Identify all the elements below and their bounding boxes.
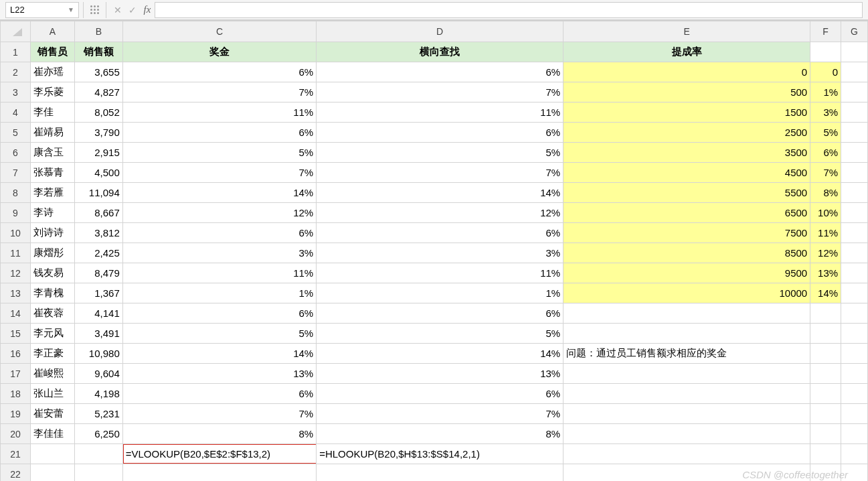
formula-input[interactable] — [155, 2, 863, 18]
cell[interactable]: 3,655 — [74, 62, 122, 82]
cell[interactable]: 3% — [122, 243, 316, 263]
cell[interactable]: 康含玉 — [31, 143, 75, 163]
cell[interactable]: 8% — [317, 424, 563, 444]
cell[interactable]: 崔亦瑶 — [31, 62, 75, 82]
cell[interactable]: 6% — [122, 123, 316, 143]
cell[interactable]: 李青槐 — [31, 283, 75, 303]
cell[interactable]: 3% — [810, 102, 841, 123]
cell[interactable]: 5,231 — [74, 404, 122, 424]
cell[interactable]: 2,915 — [74, 143, 122, 163]
cell[interactable] — [810, 364, 841, 384]
cell[interactable]: 13% — [122, 364, 316, 384]
cell[interactable]: 8,052 — [74, 102, 122, 123]
cell[interactable]: 问题：通过员工销售额求相应的奖金 — [563, 344, 810, 364]
cell[interactable]: 14% — [317, 344, 563, 364]
cell[interactable]: 李若雁 — [31, 183, 75, 203]
cell[interactable]: 6% — [317, 303, 563, 324]
cell[interactable] — [31, 444, 75, 464]
row-header[interactable]: 2 — [1, 62, 31, 82]
cell[interactable]: 4500 — [563, 163, 810, 183]
cell[interactable]: 1% — [810, 82, 841, 102]
cell[interactable] — [841, 143, 868, 163]
cell[interactable]: 横向查找 — [317, 42, 563, 62]
cell[interactable] — [841, 243, 868, 263]
cell[interactable]: 刘诗诗 — [31, 223, 75, 243]
column-header[interactable]: C — [122, 21, 316, 42]
cell[interactable]: 8,667 — [74, 203, 122, 223]
row-header[interactable]: 9 — [1, 203, 31, 223]
cell[interactable]: 8500 — [563, 243, 810, 263]
select-all-corner[interactable] — [1, 21, 31, 42]
cell[interactable]: 7% — [122, 82, 316, 102]
cell[interactable]: 4,141 — [74, 303, 122, 324]
cell[interactable]: 9500 — [563, 263, 810, 283]
cell[interactable] — [563, 364, 810, 384]
cell[interactable]: 5% — [122, 143, 316, 163]
cell[interactable]: 5% — [317, 143, 563, 163]
cell[interactable]: 11% — [122, 102, 316, 123]
cell[interactable]: 500 — [563, 82, 810, 102]
cell[interactable] — [841, 42, 868, 62]
cell[interactable]: 7% — [122, 404, 316, 424]
cell[interactable]: 2,425 — [74, 243, 122, 263]
cell[interactable]: 7% — [317, 82, 563, 102]
cell[interactable] — [810, 344, 841, 364]
cell[interactable]: 奖金 — [122, 42, 316, 62]
cell[interactable]: 崔夜蓉 — [31, 303, 75, 324]
cell[interactable] — [810, 42, 841, 62]
cell[interactable]: 8% — [122, 424, 316, 444]
cell[interactable] — [563, 404, 810, 424]
cell[interactable]: 2500 — [563, 123, 810, 143]
cell[interactable]: 11,094 — [74, 183, 122, 203]
cell[interactable]: 8,479 — [74, 263, 122, 283]
cell[interactable]: 11% — [317, 263, 563, 283]
cell[interactable] — [810, 444, 841, 464]
fx-icon[interactable]: fx — [140, 2, 155, 18]
cell[interactable] — [810, 424, 841, 444]
cell[interactable]: 6% — [317, 123, 563, 143]
cell[interactable] — [841, 163, 868, 183]
confirm-button[interactable]: ✓ — [125, 2, 140, 18]
cell[interactable] — [810, 404, 841, 424]
cell[interactable]: 12% — [317, 203, 563, 223]
cell[interactable] — [841, 303, 868, 324]
cell[interactable] — [74, 464, 122, 482]
cell[interactable] — [841, 263, 868, 283]
cell[interactable]: 李诗 — [31, 203, 75, 223]
row-header[interactable]: 19 — [1, 404, 31, 424]
cell[interactable]: 1% — [122, 283, 316, 303]
cell[interactable]: 6% — [122, 384, 316, 404]
cell[interactable]: 8% — [810, 183, 841, 203]
cell[interactable] — [563, 444, 810, 464]
cell[interactable]: 李正豪 — [31, 344, 75, 364]
cell[interactable]: 5% — [317, 324, 563, 344]
cell[interactable]: 李佳佳 — [31, 424, 75, 444]
chevron-down-icon[interactable]: ▼ — [68, 6, 74, 13]
row-header[interactable]: 11 — [1, 243, 31, 263]
column-header[interactable]: G — [841, 21, 868, 42]
cell[interactable]: 12% — [810, 243, 841, 263]
cell[interactable]: 崔安蕾 — [31, 404, 75, 424]
cell[interactable]: 14% — [810, 283, 841, 303]
cell[interactable]: 6% — [122, 303, 316, 324]
cell[interactable] — [841, 384, 868, 404]
cell[interactable]: 12% — [122, 203, 316, 223]
cell[interactable] — [841, 404, 868, 424]
cell[interactable]: 1% — [317, 283, 563, 303]
cell[interactable] — [841, 203, 868, 223]
cell[interactable] — [810, 324, 841, 344]
column-header[interactable]: A — [31, 21, 75, 42]
cell[interactable]: 10% — [810, 203, 841, 223]
row-header[interactable]: 1 — [1, 42, 31, 62]
cell[interactable] — [841, 283, 868, 303]
cell[interactable]: 4,827 — [74, 82, 122, 102]
cell[interactable]: 6% — [122, 62, 316, 82]
cell[interactable]: 张慕青 — [31, 163, 75, 183]
cell[interactable]: 张山兰 — [31, 384, 75, 404]
row-header[interactable]: 5 — [1, 123, 31, 143]
cell[interactable]: 6500 — [563, 203, 810, 223]
cell[interactable]: 14% — [122, 344, 316, 364]
cell[interactable]: 6% — [317, 223, 563, 243]
cell[interactable]: 11% — [317, 102, 563, 123]
cell[interactable]: 7% — [810, 163, 841, 183]
